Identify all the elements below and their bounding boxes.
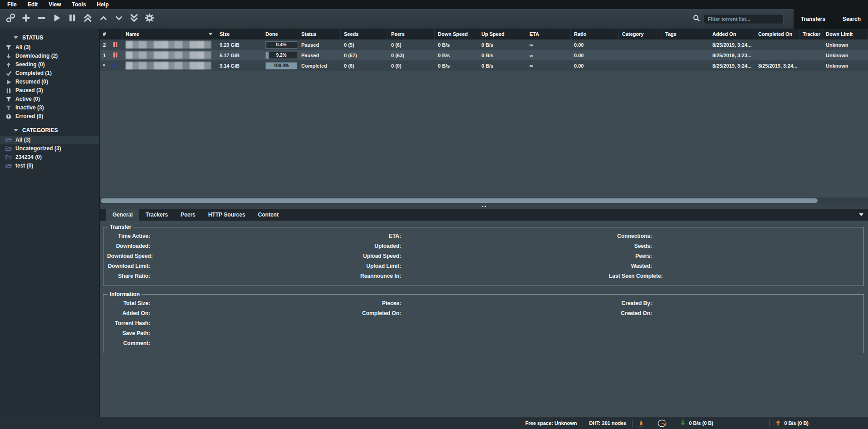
- information-legend: Information: [108, 291, 142, 297]
- column-header-size[interactable]: Size: [216, 29, 262, 39]
- column-header-added-on[interactable]: Added On: [709, 29, 755, 39]
- link-button[interactable]: [5, 13, 17, 25]
- status-filter-all[interactable]: All (3): [0, 43, 99, 52]
- column-header-label: Ratio: [574, 31, 587, 37]
- add-torrent-button[interactable]: [20, 13, 32, 25]
- cell-completed-on: [755, 39, 799, 50]
- menu-bar: FileEditViewToolsHelp: [0, 0, 868, 9]
- column-header-tags[interactable]: Tags: [662, 29, 709, 39]
- status-section-header[interactable]: STATUS: [0, 33, 99, 43]
- category-all[interactable]: All (3): [0, 136, 99, 144]
- tab-transfers[interactable]: Transfers: [801, 16, 825, 22]
- panel-splitter-handle[interactable]: [100, 204, 868, 209]
- detail-row: Uploaded:: [358, 241, 609, 251]
- torrent-row[interactable]: *3.14 GiB100.0%Completed0 (6)0 (0)0 B/s0…: [100, 60, 868, 71]
- detail-tab-bar: GeneralTrackersPeersHTTP SourcesContent: [100, 209, 868, 221]
- detail-row: ETA:: [358, 231, 609, 241]
- resume-button[interactable]: [51, 13, 63, 25]
- cell-peers: 0 (0): [388, 60, 435, 71]
- column-header-down-speed[interactable]: Down Speed: [435, 29, 478, 39]
- column-header-label: Up Speed: [481, 31, 505, 37]
- filter-torrent-input[interactable]: [704, 14, 784, 24]
- torrent-row[interactable]: 29.23 GiB0.4%Paused0 (5)0 (6)0 B/s0 B/s∞…: [100, 39, 868, 50]
- detail-tab-content[interactable]: Content: [252, 209, 285, 221]
- status-filter-downloading[interactable]: Downloading (2): [0, 52, 99, 60]
- funnel-icon: [5, 97, 12, 102]
- cell-status: Completed: [298, 60, 341, 71]
- status-filter-completed[interactable]: Completed (1): [0, 69, 99, 78]
- menu-view[interactable]: View: [43, 0, 66, 9]
- category-uncategorized[interactable]: Uncategorized (3): [0, 144, 99, 153]
- column-header-label: #: [103, 31, 106, 37]
- folder-icon: [5, 163, 12, 168]
- options-button[interactable]: [143, 13, 156, 25]
- status-filter-seeding[interactable]: Seeding (0): [0, 60, 99, 69]
- move-up-button[interactable]: [97, 13, 109, 25]
- detail-label: Download Speed:: [107, 253, 153, 259]
- table-rows: 29.23 GiB0.4%Paused0 (5)0 (6)0 B/s0 B/s∞…: [100, 39, 868, 71]
- column-header-down-limit[interactable]: Down Limit: [823, 29, 868, 39]
- error-icon: [5, 114, 12, 119]
- column-header-status[interactable]: Status: [298, 29, 341, 39]
- detail-row: Share Ratio:: [107, 271, 358, 281]
- detail-label: Comment:: [107, 340, 150, 346]
- status-filter-inactive[interactable]: Inactive (3): [0, 104, 99, 112]
- menu-edit[interactable]: Edit: [22, 0, 44, 9]
- move-down-button[interactable]: [113, 13, 125, 25]
- column-header-peers[interactable]: Peers: [388, 29, 435, 39]
- column-header-label: Peers: [391, 31, 405, 37]
- status-filter-paused[interactable]: Paused (3): [0, 86, 99, 95]
- status-filter-active[interactable]: Active (0): [0, 95, 99, 104]
- chevron-down-icon[interactable]: [859, 213, 863, 216]
- column-header-done[interactable]: Done: [262, 29, 298, 39]
- tab-search[interactable]: Search: [843, 16, 861, 22]
- move-bottom-button[interactable]: [128, 13, 140, 25]
- detail-tab-peers[interactable]: Peers: [174, 209, 202, 221]
- column-header-label: Tags: [665, 31, 677, 37]
- cell-peers: 0 (63): [388, 50, 435, 60]
- alt-speed-limits-icon[interactable]: [650, 417, 674, 429]
- detail-label: Reannounce In:: [358, 273, 401, 279]
- column-header-ratio[interactable]: Ratio: [571, 29, 619, 39]
- status-filter-errored[interactable]: Errored (0): [0, 112, 99, 121]
- detail-label: Share Ratio:: [107, 273, 150, 279]
- information-fieldset: Information Total Size:Added On:Torrent …: [103, 291, 864, 353]
- status-filter-resumed[interactable]: Resumed (0): [0, 78, 99, 86]
- detail-row: Time Active:: [107, 231, 358, 241]
- torrent-number: 2: [103, 42, 106, 48]
- torrent-row[interactable]: 15.17 GiB9.2%Paused0 (57)0 (63)0 B/s0 B/…: [100, 50, 868, 60]
- column-header-eta[interactable]: ETA: [526, 29, 571, 39]
- detail-tab-http-sources[interactable]: HTTP Sources: [202, 209, 252, 221]
- cell-completed-on: [755, 50, 799, 60]
- menu-help[interactable]: Help: [92, 0, 114, 9]
- delete-button[interactable]: [35, 13, 48, 25]
- scrollbar-thumb[interactable]: [101, 198, 818, 203]
- cell-tracker: [799, 50, 823, 60]
- column-header-tracker[interactable]: Tracker: [799, 29, 823, 39]
- menu-tools[interactable]: Tools: [66, 0, 91, 9]
- move-top-button[interactable]: [82, 13, 94, 25]
- detail-tab-trackers[interactable]: Trackers: [139, 209, 174, 221]
- categories-section-header[interactable]: CATEGORIES: [0, 125, 99, 136]
- fieldset-column: Time Active:Downloaded:Download Speed:Do…: [107, 231, 358, 281]
- detail-tab-general[interactable]: General: [106, 209, 139, 221]
- global-download-speed: 0 B/s (0 B): [689, 420, 713, 426]
- cell-name: [123, 39, 216, 50]
- menu-file[interactable]: File: [2, 0, 22, 9]
- column-header-seeds[interactable]: Seeds: [341, 29, 388, 39]
- status-filter-label: Active (0): [15, 96, 40, 102]
- column-header-name[interactable]: Name: [123, 29, 216, 39]
- detail-row: Total Size:: [107, 298, 358, 308]
- category-test[interactable]: test (0): [0, 162, 99, 170]
- cell-down-speed: 0 B/s: [435, 39, 478, 50]
- category-label: Uncategorized (3): [15, 146, 61, 152]
- detail-label: Download Limit:: [107, 263, 150, 269]
- fieldset-column: Created By:Created On:: [609, 298, 860, 348]
- sort-descending-icon: [208, 33, 213, 35]
- category-234234[interactable]: 234234 (0): [0, 153, 99, 162]
- column-header-completed-on[interactable]: Completed On: [755, 29, 799, 39]
- pause-button[interactable]: [66, 13, 78, 25]
- column-header-num[interactable]: #: [100, 29, 123, 39]
- column-header-category[interactable]: Category: [619, 29, 662, 39]
- column-header-up-speed[interactable]: Up Speed: [478, 29, 526, 39]
